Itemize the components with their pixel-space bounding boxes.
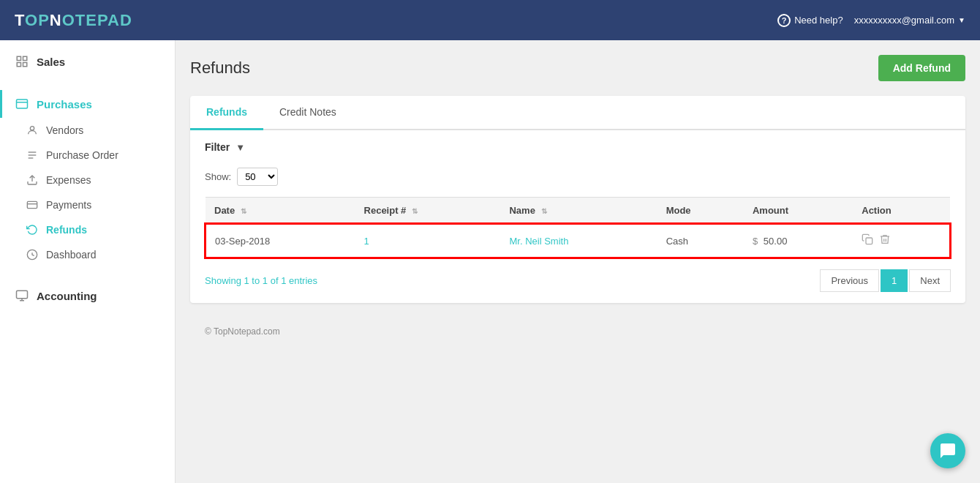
name-sort-icon[interactable]: ⇅ <box>541 207 547 215</box>
amount-value: 50.00 <box>764 236 788 247</box>
cell-mode: Cash <box>657 224 744 258</box>
delete-icon[interactable] <box>879 233 891 248</box>
svg-point-5 <box>30 127 34 130</box>
user-menu[interactable]: xxxxxxxxxx@gmail.com ▼ <box>854 15 965 26</box>
filter-section: Filter ▼ <box>190 130 965 164</box>
purchases-icon <box>15 97 29 111</box>
entries-info: Showing 1 to 1 of 1 entries <box>205 275 317 286</box>
name-link[interactable]: Mr. Neil Smith <box>509 236 568 247</box>
logo: TopNotepad <box>15 11 132 30</box>
sidebar-item-sales[interactable]: Sales <box>0 48 175 75</box>
expenses-icon <box>26 174 39 186</box>
svg-rect-13 <box>17 291 28 299</box>
table-row: 03-Sep-2018 1 Mr. Neil Smith Cash <box>206 224 950 258</box>
header-right: ? Need help? xxxxxxxxxx@gmail.com ▼ <box>777 14 965 27</box>
col-receipt: Receipt # ⇅ <box>355 198 501 225</box>
svg-rect-10 <box>27 201 37 208</box>
logo-top: T <box>15 11 25 29</box>
purchase-order-label: Purchase Order <box>46 149 118 161</box>
expenses-label: Expenses <box>46 174 91 186</box>
date-sort-icon[interactable]: ⇅ <box>241 207 246 215</box>
vendors-icon <box>26 124 39 136</box>
page-title: Refunds <box>190 59 250 78</box>
sidebar-item-expenses[interactable]: Expenses <box>0 168 175 192</box>
col-date: Date ⇅ <box>206 198 355 225</box>
purchases-label: Purchases <box>37 98 92 111</box>
sidebar-section-sales: Sales <box>0 40 175 83</box>
sales-icon <box>15 55 29 68</box>
col-amount: Amount <box>744 198 853 225</box>
receipt-link[interactable]: 1 <box>364 236 369 247</box>
purchase-order-icon <box>26 149 39 161</box>
show-label: Show: <box>205 171 231 182</box>
col-mode: Mode <box>657 198 744 225</box>
header: TopNotepad ? Need help? xxxxxxxxxx@gmail… <box>0 0 980 40</box>
cell-receipt: 1 <box>355 224 501 258</box>
refunds-label: Refunds <box>46 224 87 236</box>
receipt-sort-icon[interactable]: ⇅ <box>412 207 418 215</box>
footer-text: © TopNotepad.com <box>205 326 280 337</box>
sidebar-item-dashboard[interactable]: Dashboard <box>0 242 175 267</box>
cell-date: 03-Sep-2018 <box>206 224 355 258</box>
accounting-icon <box>15 289 29 302</box>
sidebar-section-accounting: Accounting <box>0 274 175 317</box>
help-label: Need help? <box>794 15 843 26</box>
help-icon: ? <box>777 14 791 27</box>
cell-name: Mr. Neil Smith <box>500 224 657 258</box>
footer: © TopNotepad.com <box>190 318 965 345</box>
action-icons <box>862 233 941 248</box>
cell-action <box>853 224 950 258</box>
payments-label: Payments <box>46 199 91 211</box>
page-header: Refunds Add Refund <box>190 55 965 81</box>
filter-icon[interactable]: ▼ <box>235 142 245 153</box>
svg-rect-4 <box>17 100 28 108</box>
pagination-section: Showing 1 to 1 of 1 entries Previous 1 N… <box>190 258 965 303</box>
vendors-label: Vendors <box>46 124 83 136</box>
show-select[interactable]: 10 25 50 100 <box>237 168 278 186</box>
pagination: Previous 1 Next <box>820 269 951 292</box>
sidebar: Sales Purchases Vendors <box>0 40 176 483</box>
sidebar-item-purchases[interactable]: Purchases <box>0 90 175 118</box>
copy-icon[interactable] <box>862 233 873 248</box>
help-link[interactable]: ? Need help? <box>777 14 843 27</box>
svg-rect-0 <box>17 56 20 60</box>
filter-label: Filter <box>205 141 230 153</box>
currency-symbol: $ <box>753 236 758 247</box>
add-refund-button[interactable]: Add Refund <box>878 55 965 81</box>
chat-button[interactable] <box>930 433 965 468</box>
sidebar-item-refunds[interactable]: Refunds <box>0 217 175 242</box>
cell-amount: $ 50.00 <box>744 224 853 258</box>
sidebar-item-accounting[interactable]: Accounting <box>0 282 175 310</box>
table-header-row: Date ⇅ Receipt # ⇅ Name ⇅ <box>206 198 950 225</box>
svg-rect-2 <box>17 63 20 67</box>
user-email: xxxxxxxxxx@gmail.com <box>854 15 954 26</box>
sidebar-item-payments[interactable]: Payments <box>0 192 175 217</box>
svg-rect-16 <box>866 238 872 244</box>
tab-refunds[interactable]: Refunds <box>190 96 263 130</box>
sidebar-item-purchase-order[interactable]: Purchase Order <box>0 143 175 168</box>
tabs: Refunds Credit Notes <box>190 96 965 130</box>
payments-icon <box>26 199 39 211</box>
next-button[interactable]: Next <box>909 269 951 292</box>
show-section: Show: 10 25 50 100 <box>190 164 965 197</box>
svg-rect-1 <box>23 56 27 60</box>
svg-rect-3 <box>23 63 27 67</box>
refunds-icon <box>26 224 39 236</box>
previous-button[interactable]: Previous <box>820 269 879 292</box>
refunds-card: Refunds Credit Notes Filter ▼ Show: 10 2… <box>190 96 965 303</box>
dashboard-label: Dashboard <box>46 249 97 261</box>
user-dropdown-arrow: ▼ <box>958 16 965 24</box>
dashboard-icon <box>26 249 39 261</box>
page-1-button[interactable]: 1 <box>881 269 908 292</box>
refunds-table: Date ⇅ Receipt # ⇅ Name ⇅ <box>205 197 951 258</box>
layout: Sales Purchases Vendors <box>0 40 980 483</box>
sidebar-item-vendors[interactable]: Vendors <box>0 118 175 143</box>
col-action: Action <box>853 198 950 225</box>
tab-credit-notes[interactable]: Credit Notes <box>263 96 353 130</box>
table-wrapper: Date ⇅ Receipt # ⇅ Name ⇅ <box>190 197 965 258</box>
sales-label: Sales <box>37 56 65 68</box>
sidebar-section-purchases: Purchases Vendors Purchase Order <box>0 83 175 274</box>
accounting-label: Accounting <box>37 290 97 302</box>
main-content: Refunds Add Refund Refunds Credit Notes … <box>176 40 980 483</box>
col-name: Name ⇅ <box>500 198 657 225</box>
